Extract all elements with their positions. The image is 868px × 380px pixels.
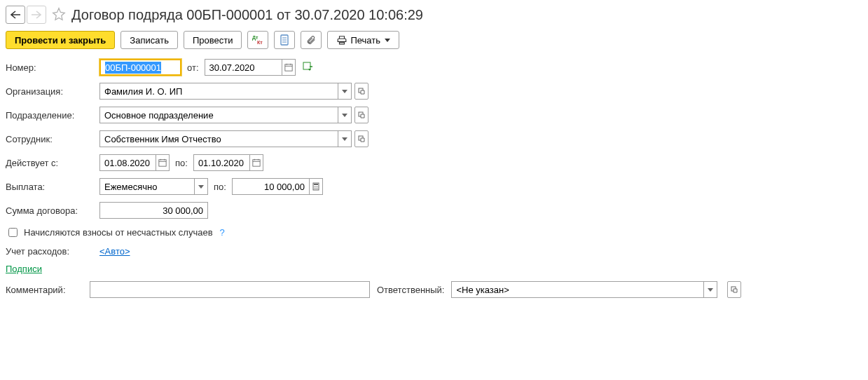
valid-from-label: Действует с: <box>6 158 99 168</box>
org-dropdown-button[interactable] <box>338 83 352 100</box>
responsible-label: Ответственный: <box>377 285 444 295</box>
dept-label: Подразделение: <box>6 110 99 121</box>
accident-check-label: Начисляются взносы от несчастных случаев <box>24 227 213 238</box>
post-button[interactable]: Провести <box>184 31 242 49</box>
org-label: Организация: <box>6 86 99 97</box>
sum-input[interactable] <box>99 202 208 219</box>
employee-label: Сотрудник: <box>6 134 99 144</box>
to-label: по: <box>175 158 188 168</box>
date-calendar-button[interactable] <box>282 59 296 76</box>
svg-rect-10 <box>303 62 310 69</box>
svg-rect-14 <box>159 160 166 166</box>
dept-open-button[interactable] <box>354 107 368 123</box>
nav-forward-button[interactable] <box>27 6 46 24</box>
header: Договор подряда 00БП-000001 от 30.07.202… <box>6 6 862 24</box>
valid-from-calendar-button[interactable] <box>156 154 170 171</box>
employee-dropdown-button[interactable] <box>338 130 352 147</box>
svg-point-29 <box>317 188 317 189</box>
number-input[interactable]: 00БП-000001 <box>99 59 181 76</box>
svg-text:Кт: Кт <box>257 40 263 45</box>
responsible-input[interactable] <box>451 281 703 298</box>
attachment-button[interactable] <box>301 31 322 49</box>
pay-by-label: по: <box>214 182 226 192</box>
pay-amount-calc-button[interactable] <box>309 178 323 195</box>
employee-open-button[interactable] <box>354 130 368 147</box>
payment-input[interactable] <box>99 178 194 195</box>
payment-label: Выплата: <box>6 182 99 192</box>
svg-point-28 <box>315 188 316 189</box>
print-button[interactable]: Печать <box>327 31 399 49</box>
page-title: Договор подряда 00БП-000001 от 30.07.202… <box>71 7 423 23</box>
toolbar: Провести и закрыть Записать Провести ДтК… <box>6 31 862 49</box>
signatures-link[interactable]: Подписи <box>6 264 42 274</box>
favorite-star-icon[interactable] <box>52 7 66 23</box>
from-label: от: <box>187 62 199 73</box>
svg-point-25 <box>315 186 316 187</box>
document-icon-button[interactable] <box>274 31 295 49</box>
dept-dropdown-button[interactable] <box>338 107 352 123</box>
valid-to-calendar-button[interactable] <box>249 154 263 171</box>
responsible-open-button[interactable] <box>727 281 741 298</box>
expense-link[interactable]: <Авто> <box>99 246 130 257</box>
svg-point-26 <box>317 186 317 187</box>
employee-input[interactable] <box>99 130 338 147</box>
org-open-button[interactable] <box>354 83 368 100</box>
post-and-close-button[interactable]: Провести и закрыть <box>6 31 115 49</box>
svg-rect-6 <box>284 65 291 71</box>
nav-back-button[interactable] <box>6 6 25 24</box>
svg-rect-23 <box>314 184 318 185</box>
sum-label: Сумма договора: <box>6 205 99 216</box>
date-input[interactable] <box>205 59 282 76</box>
number-label: Номер: <box>6 62 99 73</box>
valid-from-input[interactable] <box>99 154 156 171</box>
org-input[interactable] <box>99 83 338 100</box>
svg-point-24 <box>314 186 315 187</box>
dept-input[interactable] <box>99 107 338 123</box>
svg-point-27 <box>314 188 315 189</box>
status-icon[interactable] <box>303 62 314 74</box>
help-icon[interactable]: ? <box>220 227 225 238</box>
dt-kt-button[interactable]: ДтКт <box>247 31 268 49</box>
payment-dropdown-button[interactable] <box>194 178 208 195</box>
comment-input[interactable] <box>90 281 370 298</box>
comment-label: Комментарий: <box>6 285 83 295</box>
accident-checkbox[interactable] <box>8 228 18 237</box>
valid-to-input[interactable] <box>193 154 249 171</box>
svg-rect-18 <box>253 160 260 166</box>
save-button[interactable]: Записать <box>120 31 178 49</box>
pay-amount-input[interactable] <box>232 178 309 195</box>
responsible-dropdown-button[interactable] <box>703 281 717 298</box>
expense-label: Учет расходов: <box>6 246 99 257</box>
